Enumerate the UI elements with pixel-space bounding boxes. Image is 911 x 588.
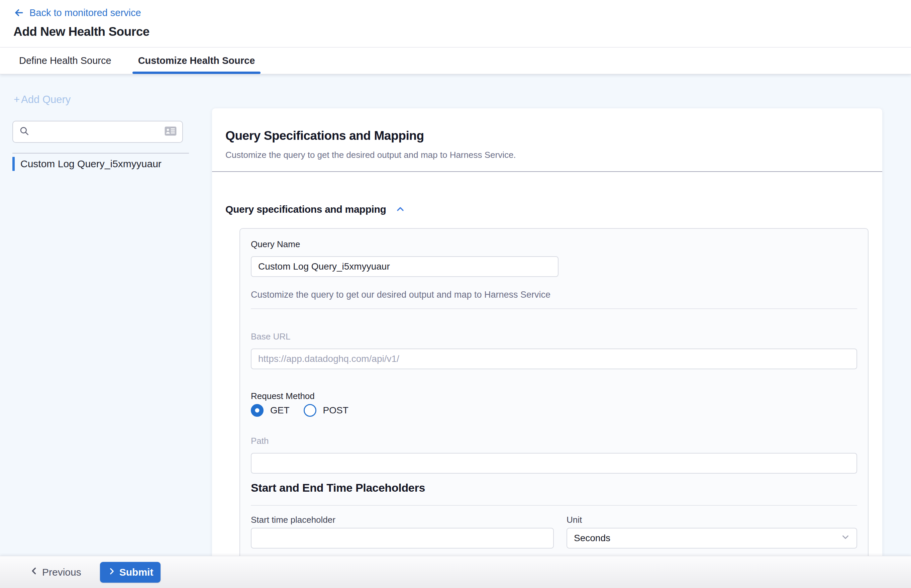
search-icon — [19, 126, 30, 138]
form-divider — [251, 309, 857, 309]
query-name-label: Query Name — [251, 239, 857, 249]
start-time-label: Start time placeholder — [251, 514, 554, 525]
active-tab-indicator — [132, 71, 261, 74]
section-heading: Query specifications and mapping — [225, 204, 386, 215]
add-query-button[interactable]: + Add Query — [14, 94, 71, 106]
base-url-label: Base URL — [251, 331, 857, 342]
arrow-left-icon — [13, 7, 25, 18]
panel-header: Query Specifications and Mapping Customi… — [212, 108, 882, 172]
query-search — [12, 121, 183, 143]
start-time-field: Start time placeholder — [251, 514, 554, 549]
panel-title: Query Specifications and Mapping — [225, 128, 869, 143]
tab-define-health-source[interactable]: Define Health Source — [13, 47, 117, 74]
chevron-down-icon — [840, 532, 850, 544]
request-method-group: GET POST — [251, 404, 857, 417]
query-search-input[interactable] — [34, 126, 164, 137]
query-sidebar: + Add Query — [0, 74, 212, 556]
base-url-input — [251, 349, 857, 369]
plus-icon: + — [14, 94, 20, 106]
tab-label: Customize Health Source — [138, 55, 255, 66]
add-query-label: Add Query — [21, 94, 71, 106]
page: Back to monitored service Add New Health… — [0, 0, 911, 588]
back-link[interactable]: Back to monitored service — [13, 7, 141, 19]
unit-field: Unit Seconds — [567, 514, 857, 549]
section-divider — [251, 505, 857, 506]
query-list-item[interactable]: Custom Log Query_i5xmyyuaur — [12, 155, 189, 172]
contact-card-icon — [164, 125, 177, 138]
panel-subtitle: Customize the query to get the desired o… — [225, 150, 869, 160]
tab-bar: Define Health Source Customize Health So… — [0, 47, 911, 74]
page-header: Back to monitored service Add New Health… — [0, 0, 911, 47]
selected-query-indicator — [12, 157, 15, 171]
section-toggle[interactable]: Query specifications and mapping — [225, 204, 869, 215]
radio-label-post: POST — [323, 405, 349, 416]
start-time-input[interactable] — [251, 528, 554, 549]
unit-select-value: Seconds — [574, 533, 611, 543]
unit-label: Unit — [567, 514, 857, 525]
request-method-label: Request Method — [251, 391, 857, 401]
radio-icon-get — [251, 404, 263, 417]
radio-option-get[interactable]: GET — [251, 404, 290, 417]
sidebar-divider — [12, 153, 189, 153]
submit-button[interactable]: Submit — [100, 562, 161, 583]
footer-bar: Previous Submit — [0, 556, 911, 588]
chevron-up-icon — [395, 204, 405, 215]
submit-button-label: Submit — [120, 567, 153, 578]
tab-customize-health-source[interactable]: Customize Health Source — [132, 47, 261, 74]
previous-button[interactable]: Previous — [29, 566, 81, 578]
unit-select[interactable]: Seconds — [567, 528, 857, 549]
query-form-panel: Query Name Customize the query to get ou… — [239, 228, 869, 556]
page-title: Add New Health Source — [13, 24, 898, 39]
content-area: + Add Query — [0, 74, 911, 556]
query-name-help: Customize the query to get our desired o… — [251, 289, 857, 300]
query-name-input[interactable] — [251, 256, 559, 277]
chevron-left-icon — [29, 566, 39, 578]
path-input[interactable] — [251, 453, 857, 473]
main-panel: Query Specifications and Mapping Customi… — [212, 108, 882, 556]
previous-button-label: Previous — [42, 567, 81, 578]
radio-option-post[interactable]: POST — [304, 404, 349, 417]
back-link-label: Back to monitored service — [29, 7, 141, 19]
chevron-right-icon — [107, 567, 116, 578]
time-fields-row: Start time placeholder Unit Seconds — [251, 514, 857, 549]
query-item-label: Custom Log Query_i5xmyyuaur — [20, 158, 162, 170]
radio-label-get: GET — [270, 405, 290, 416]
radio-icon-post — [304, 404, 317, 417]
path-label: Path — [251, 436, 857, 446]
query-list: Custom Log Query_i5xmyyuaur — [12, 155, 189, 172]
time-placeholders-heading: Start and End Time Placeholders — [251, 480, 857, 495]
